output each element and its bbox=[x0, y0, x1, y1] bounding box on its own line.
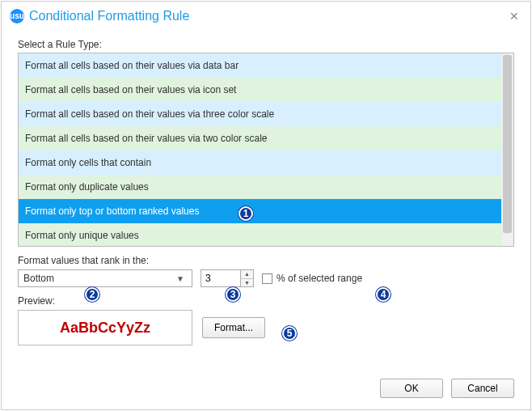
rule-type-item[interactable]: Format all cells based on their values v… bbox=[19, 53, 501, 78]
rank-config-row: Bottom ▼ ▲ ▼ % of selected range bbox=[18, 269, 514, 287]
rank-count-spinner: ▲ ▼ bbox=[201, 269, 254, 287]
rank-direction-value: Bottom bbox=[23, 273, 174, 284]
rule-list-scrollbar[interactable] bbox=[501, 53, 513, 246]
rule-type-item[interactable]: Format all cells based on their values v… bbox=[19, 102, 501, 126]
rule-type-item[interactable]: Format only duplicate values bbox=[19, 175, 501, 199]
select-rule-type-label: Select a Rule Type: bbox=[18, 39, 514, 50]
cancel-button[interactable]: Cancel bbox=[451, 379, 514, 398]
rank-direction-combo[interactable]: Bottom ▼ bbox=[18, 269, 192, 287]
rule-type-item[interactable]: Format only unique values bbox=[19, 223, 501, 246]
format-button[interactable]: Format... bbox=[202, 317, 265, 338]
rule-type-item[interactable]: Format all cells based on their values v… bbox=[19, 78, 501, 102]
dialog-window: usu Conditional Formatting Rule ✕ Select… bbox=[1, 1, 531, 410]
format-values-rank-label: Format values that rank in the: bbox=[18, 255, 514, 266]
percent-of-range-checkbox[interactable]: % of selected range bbox=[262, 273, 362, 284]
spinner-up-icon[interactable]: ▲ bbox=[241, 270, 253, 279]
dialog-footer: OK Cancel bbox=[380, 379, 514, 398]
dialog-content: Select a Rule Type: Format all cells bas… bbox=[2, 29, 530, 345]
close-icon[interactable]: ✕ bbox=[506, 10, 522, 23]
dialog-title: Conditional Formatting Rule bbox=[29, 9, 506, 23]
rule-type-list-body: Format all cells based on their values v… bbox=[19, 53, 501, 246]
rule-type-list: Format all cells based on their values v… bbox=[18, 53, 514, 247]
ok-button[interactable]: OK bbox=[380, 379, 443, 398]
spinner-buttons: ▲ ▼ bbox=[241, 269, 254, 287]
preview-sample-text: AaBbCcYyZz bbox=[60, 320, 150, 337]
app-icon: usu bbox=[10, 9, 24, 23]
rule-type-item[interactable]: Format only cells that contain bbox=[19, 150, 501, 175]
scroll-thumb[interactable] bbox=[503, 55, 512, 233]
preview-box: AaBbCcYyZz bbox=[18, 310, 192, 345]
preview-label: Preview: bbox=[18, 295, 514, 307]
checkbox-box bbox=[262, 273, 272, 284]
percent-of-range-label: % of selected range bbox=[277, 273, 362, 284]
titlebar: usu Conditional Formatting Rule ✕ bbox=[2, 2, 530, 29]
rule-type-item[interactable]: Format all cells based on their values v… bbox=[19, 126, 501, 150]
rank-count-input[interactable] bbox=[201, 269, 241, 287]
rule-type-item[interactable]: Format only top or bottom ranked values bbox=[19, 199, 501, 223]
chevron-down-icon: ▼ bbox=[174, 274, 187, 283]
spinner-down-icon[interactable]: ▼ bbox=[241, 279, 253, 287]
preview-row: AaBbCcYyZz Format... bbox=[18, 310, 514, 345]
